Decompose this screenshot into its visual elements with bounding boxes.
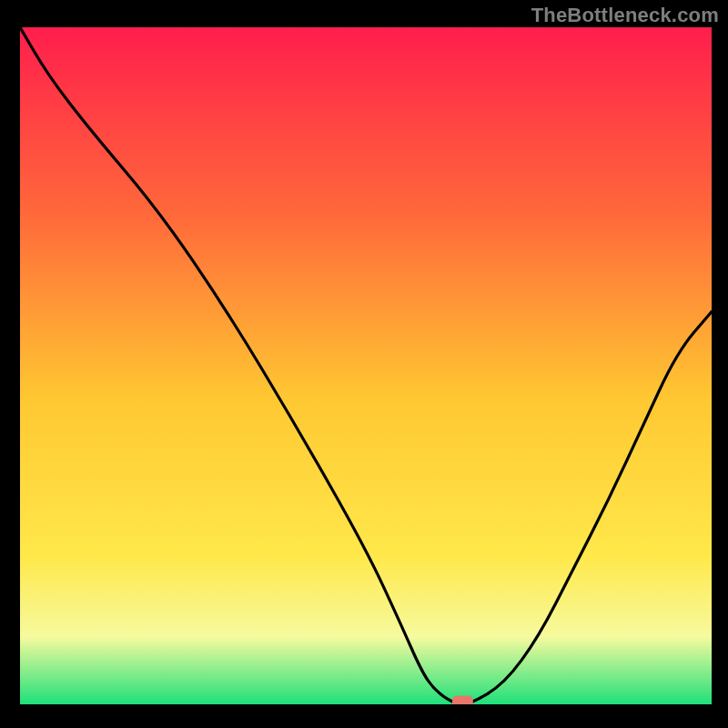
chart-svg xyxy=(20,27,712,704)
watermark-text: TheBottleneck.com xyxy=(531,4,719,27)
plot-area xyxy=(20,27,712,704)
optimal-marker xyxy=(452,696,473,704)
gradient-background xyxy=(20,27,712,704)
chart-frame: TheBottleneck.com xyxy=(0,0,728,728)
